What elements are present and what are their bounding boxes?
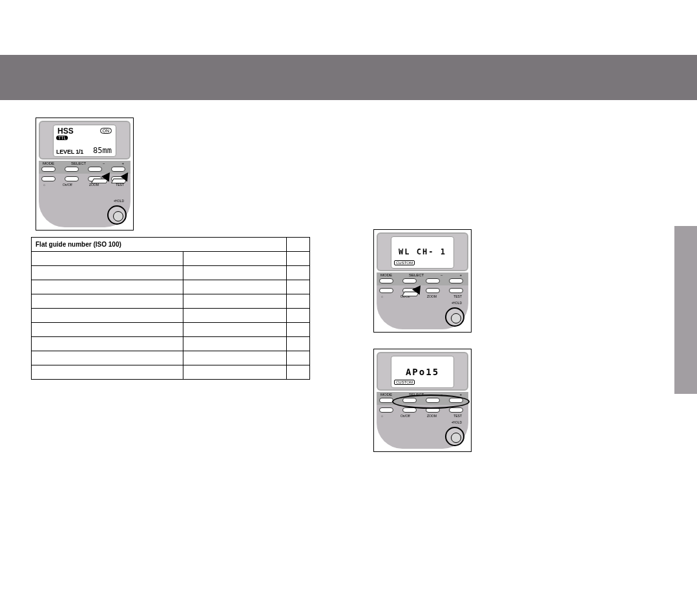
lcd-hss: HSS [57,127,74,136]
plus-label: + [459,393,462,396]
zoom-label: ZOOM [427,294,437,298]
onoff-label: On/Off [63,183,72,187]
table-header [287,238,310,252]
lcd-custom-badge: CUSTOM [394,380,415,385]
hold-label: •HOLD [114,199,124,203]
table-row [32,309,310,323]
control-dial[interactable] [445,427,464,446]
lcd-zoom: 85mm [93,146,112,155]
test-label: TEST [453,414,462,418]
gn-cell [183,252,287,266]
lcd-custom-badge: CUSTOM [394,260,415,265]
zoom-label: ZOOM [427,414,437,418]
light-button[interactable] [379,407,393,413]
power-level-cell [32,252,183,266]
gn-cell [183,323,287,337]
hold-label: •HOLD [452,301,462,305]
m-cell [287,309,310,323]
control-dial[interactable] [445,307,464,327]
power-level-table: Flat guide number (ISO 100) [31,237,310,380]
chapter-bar [0,55,697,100]
lcd-level: LEVEL 1/1 [56,149,83,155]
m-cell [287,280,310,294]
flash-device-illustration-3: APo15 CUSTOM MODE SELECT − + ☼ On/Off ZO… [373,349,472,452]
table-header: Flat guide number (ISO 100) [32,238,287,252]
flash-device-illustration-1: HSS ON TTL LEVEL 1/1 85mm MODE SELECT − … [36,118,134,231]
gn-cell [183,337,287,351]
test-button[interactable] [449,288,463,293]
test-label: TEST [453,294,462,298]
table-row [32,337,310,351]
select-label: SELECT [409,273,424,277]
pointer-arrow-icon [401,281,417,297]
m-cell [287,365,310,380]
lcd-wl-ch: WL CH- 1 [391,247,453,256]
pointer-arrow-icon [90,168,106,184]
mode-button[interactable] [379,278,393,283]
power-level-cell [32,351,183,365]
select-label: SELECT [71,161,86,165]
table-row [32,323,310,337]
power-level-cell [32,337,183,351]
gn-cell [183,351,287,365]
minus-label: − [441,273,443,277]
pointer-arrow-icon [110,168,125,184]
m-cell [287,337,310,351]
mode-label: MODE [380,393,392,396]
control-dial[interactable] [107,205,127,225]
plus-label: + [121,161,124,165]
lcd-apo: APo15 [391,367,453,377]
light-icon: ☼ [380,294,384,298]
light-button[interactable] [379,288,393,293]
mode-label: MODE [380,273,392,277]
light-icon: ☼ [380,414,384,418]
power-level-cell [32,365,183,380]
gn-cell [183,294,287,309]
mode-button[interactable] [41,167,56,172]
highlight-ellipse [392,395,470,409]
onoff-button[interactable] [65,176,79,181]
table-row [32,365,310,380]
lcd-ttl-badge: TTL [56,136,68,140]
minus-label: − [103,161,105,165]
table-row [32,351,310,365]
test-button[interactable] [449,407,463,413]
mode-button[interactable] [379,398,393,403]
m-cell [287,323,310,337]
m-cell [287,351,310,365]
m-cell [287,294,310,309]
minus-button[interactable] [426,278,440,283]
light-button[interactable] [41,176,56,181]
table-row [32,280,310,294]
power-level-cell [32,309,183,323]
gn-cell [183,280,287,294]
side-tab [674,226,697,394]
lcd-on-badge: ON [100,128,112,134]
zoom-button[interactable] [426,288,440,293]
power-level-cell [32,280,183,294]
plus-label: + [459,273,462,277]
gn-cell [183,266,287,280]
m-cell [287,252,310,266]
power-level-cell [32,323,183,337]
table-row [32,294,310,309]
onoff-label: On/Off [401,414,410,418]
light-icon: ☼ [43,183,46,187]
power-level-cell [32,266,183,280]
power-level-cell [32,294,183,309]
select-button[interactable] [65,167,79,172]
onoff-button[interactable] [402,407,417,413]
flash-device-illustration-2: WL CH- 1 CUSTOM MODE SELECT − + ☼ On/Off… [373,229,472,333]
hold-label: •HOLD [452,420,462,424]
mode-label: MODE [43,161,54,165]
gn-cell [183,309,287,323]
table-row [32,266,310,280]
table-row [32,252,310,266]
m-cell [287,266,310,280]
plus-button[interactable] [449,278,463,283]
gn-cell [183,365,287,380]
